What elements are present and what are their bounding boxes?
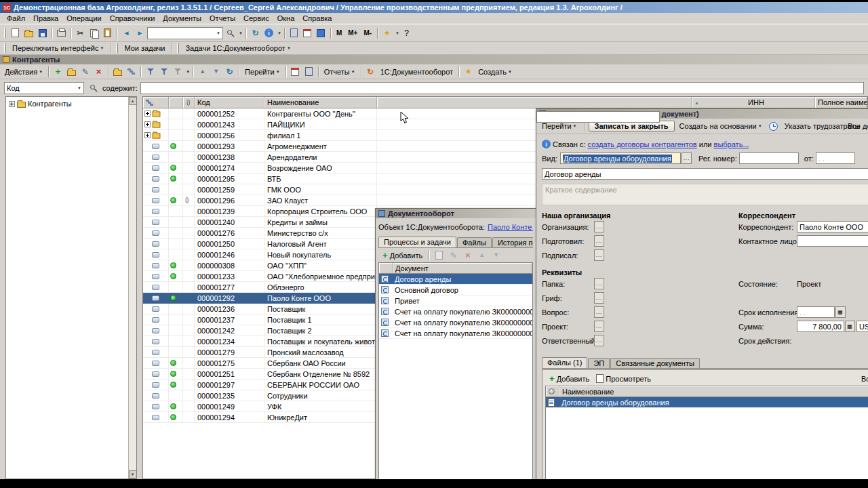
docflow-open-button[interactable] (433, 249, 446, 262)
find-button[interactable] (224, 26, 237, 39)
my-tasks-button[interactable]: Мои задачи (121, 43, 167, 53)
docflow-tab[interactable]: История пе (492, 237, 533, 247)
move-to-group-button[interactable] (111, 65, 124, 78)
docflow-row[interactable]: Привет (379, 296, 532, 306)
docflow-row[interactable]: Счет на оплату покупателю ЗК000000007 о (379, 328, 532, 339)
chevron-down-icon[interactable]: ▼ (186, 70, 190, 74)
filter-button[interactable] (144, 65, 157, 78)
contacts-button[interactable] (315, 26, 328, 39)
delete-button[interactable]: × (92, 65, 105, 78)
header-icon-column[interactable] (379, 263, 393, 274)
chevron-down-icon[interactable]: ▼ (277, 31, 281, 35)
document-tab[interactable]: Файлы (1) (542, 357, 587, 368)
create-button[interactable]: Создать▼ (475, 67, 515, 77)
search-button[interactable] (87, 81, 100, 94)
files-header-icon-column[interactable] (546, 386, 559, 397)
toolbar-grip[interactable] (177, 43, 179, 53)
docflow-move-down-button[interactable]: ▼ (490, 249, 502, 262)
expand-icon[interactable] (144, 132, 151, 138)
kind-field[interactable]: Договор аренды оборудования (560, 152, 681, 164)
toolbar-grip[interactable] (4, 43, 6, 53)
docflow-titlebar[interactable]: Документооборот (376, 209, 536, 218)
files-header-name[interactable]: Наименование (559, 386, 868, 397)
save-button[interactable] (36, 26, 49, 39)
question-select-button[interactable]: ... (594, 306, 604, 318)
calculator-button[interactable] (288, 26, 300, 39)
currency-field[interactable]: USD (856, 321, 868, 332)
files-view-button[interactable]: Просмотреть (593, 373, 654, 384)
scroll-up-icon[interactable]: ▲ (129, 97, 137, 105)
time-tracking-button[interactable] (767, 120, 780, 133)
menu-item[interactable]: Документы (159, 14, 205, 23)
panel-splitter[interactable] (137, 96, 142, 479)
correspondent-field[interactable]: Паоло Конте ООО (797, 221, 868, 232)
menu-item[interactable]: Операции (62, 14, 105, 23)
files-add-button[interactable]: + Добавить (547, 373, 592, 384)
back-button[interactable]: ◄ (120, 26, 133, 39)
create-based-on-button[interactable]: Создать на основании▼ (677, 121, 765, 131)
file-row[interactable]: Договор аренды оборудования (546, 397, 868, 408)
header-code[interactable]: Код (195, 97, 264, 108)
menu-item[interactable]: Окна (273, 14, 299, 23)
cut-button[interactable]: ✂ (74, 26, 87, 39)
docflow-move-up-button[interactable]: ▲ (475, 249, 488, 262)
forward-button[interactable]: ► (134, 26, 146, 39)
service-button[interactable]: ★ (380, 26, 393, 39)
toolbar-grip[interactable] (4, 28, 6, 38)
contact-person-field[interactable] (797, 235, 868, 247)
header-name[interactable]: Наименование (264, 97, 377, 108)
memory-add-button[interactable]: M+ (345, 28, 360, 38)
search-input[interactable] (140, 82, 864, 94)
document-name-field[interactable]: Договор аренды (542, 168, 868, 180)
sort-asc-button[interactable]: ▲ (196, 65, 209, 78)
create-contracts-link[interactable]: создать договоры контрагентов (588, 140, 697, 148)
docflow-link-button[interactable]: ↻ (364, 65, 377, 78)
folder-select-button[interactable]: ... (594, 278, 604, 289)
expand-icon[interactable] (144, 110, 151, 117)
header-status-column[interactable] (169, 97, 183, 108)
header-document[interactable]: Документ (393, 263, 532, 274)
files-all-actions-button[interactable]: Все (859, 374, 868, 384)
header-attachments-column[interactable] (183, 97, 195, 108)
project-select-button[interactable]: ... (594, 321, 604, 332)
docflow-delete-button[interactable]: × (461, 249, 474, 262)
filter-by-value-button[interactable] (157, 65, 170, 78)
docflow-tasks-button[interactable]: Задачи 1С:Документооборот▼ (182, 43, 293, 53)
menu-item[interactable]: Отчеты (205, 14, 239, 23)
refresh-list-button[interactable]: ↻ (223, 65, 236, 78)
switch-interface-button[interactable]: Переключить интерфейс▼ (9, 43, 106, 53)
docflow-tab[interactable]: Файлы (457, 237, 492, 247)
date-field[interactable]: . . (816, 152, 855, 164)
paste-button[interactable] (101, 26, 114, 39)
expand-icon[interactable] (144, 121, 151, 127)
calendar-button[interactable] (301, 26, 314, 39)
docflow-tab[interactable]: Процессы и задачи (378, 237, 456, 247)
kind-select-button[interactable]: ... (682, 152, 692, 164)
menu-item[interactable]: Файл (3, 14, 29, 23)
docflow-add-button[interactable]: + Добавить (380, 250, 425, 260)
reports-button[interactable]: Отчеты▼ (321, 67, 358, 77)
actions-button[interactable]: Действия▼ (2, 67, 45, 77)
docflow-object-link[interactable]: Паоло Конте ООО ... (488, 223, 533, 231)
create-icon-button[interactable]: ★ (462, 65, 475, 78)
memory-recall-button[interactable]: M (334, 28, 344, 38)
summary-field[interactable]: Краткое содержание (542, 184, 868, 205)
help-button[interactable]: ? (400, 26, 413, 39)
prepared-by-select-button[interactable]: ... (594, 235, 604, 247)
scroll-down-icon[interactable]: ▼ (129, 470, 137, 479)
all-actions-button[interactable]: Все де (845, 121, 868, 131)
toolbar-grip[interactable] (116, 43, 118, 53)
reg-number-field[interactable] (739, 152, 799, 164)
search-history-combo[interactable]: ▼ (147, 27, 223, 39)
tree-scrollbar[interactable]: ▲ ▼ (128, 97, 136, 479)
add-group-button[interactable] (65, 65, 78, 78)
sum-calc-button[interactable]: ▦ (845, 321, 855, 332)
edit-button[interactable]: ✎ (79, 65, 92, 78)
tree-item-kontragenty[interactable]: Контрагенты (7, 98, 127, 109)
menu-item[interactable]: Справочники (106, 14, 159, 23)
docflow-row[interactable]: Счет на оплату покупателю ЗК000000005 о (379, 306, 532, 317)
due-date-field[interactable]: . . (797, 306, 835, 318)
organization-select-button[interactable]: ... (594, 221, 604, 232)
docflow-row[interactable]: Договор аренды (379, 274, 532, 285)
docflow-row[interactable]: Основной договор (379, 285, 532, 296)
